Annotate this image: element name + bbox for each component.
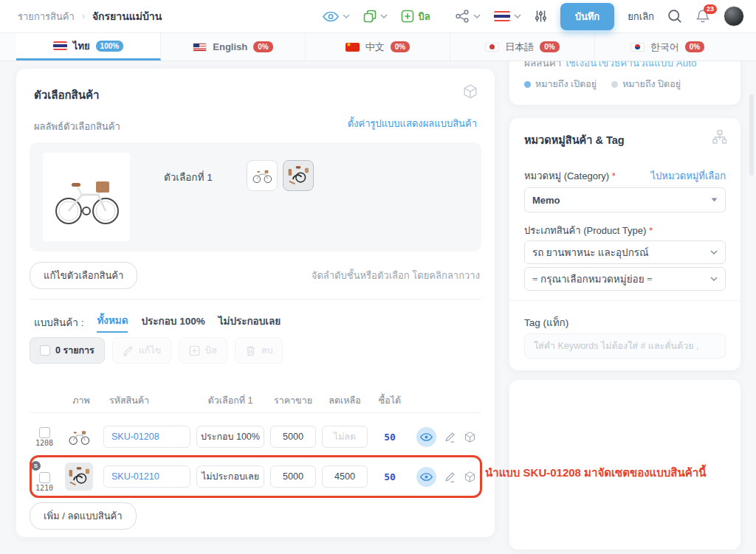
category-card-title: หมวดหมู่สินค้า & Tag: [524, 131, 625, 148]
site-language-dropdown[interactable]: [494, 11, 521, 21]
annotation-text: นำแบบ SKU-01208 มาจัดเซตของแบบสินค้านี้: [485, 464, 706, 482]
completion-badge: 0%: [391, 41, 410, 52]
stock-status-legend: หมายถึง เปิดอยู่ หมายถึง ปิดอยู่: [524, 77, 681, 91]
subcategory-value: = กรุณาเลือกหมวดหมู่ย่อย =: [532, 271, 653, 287]
tab-japanese[interactable]: 日本語 0%: [450, 33, 595, 60]
package-row-button[interactable]: [464, 431, 476, 443]
completion-badge: 100%: [96, 41, 124, 52]
select-all-checkbox[interactable]: [40, 345, 50, 356]
tag-input[interactable]: [524, 333, 726, 359]
tab-label: 한국어: [650, 41, 679, 54]
tab-label: 日本語: [505, 41, 534, 54]
notifications-button[interactable]: 23: [695, 9, 710, 24]
copy-icon: [363, 10, 377, 23]
variant-thumb-assembled[interactable]: [247, 160, 278, 191]
product-options-card: ตัวเลือกสินค้า ผลลัพธ์ตัวเลือกสินค้า ตั้…: [16, 69, 495, 537]
add-bill-button[interactable]: บิล: [401, 9, 430, 24]
completion-badge: 0%: [685, 41, 704, 52]
sitemap-icon[interactable]: [712, 130, 727, 144]
edit-row-button[interactable]: [444, 432, 456, 443]
selected-count-label: 0 รายการ: [55, 343, 94, 358]
bulk-delete-button[interactable]: ลบ: [235, 337, 284, 364]
bicycle-image: [49, 165, 123, 229]
us-flag-icon: [193, 43, 207, 52]
go-to-category-link[interactable]: ไปหมวดหมู่ที่เลือก: [651, 168, 726, 184]
discount-input[interactable]: [322, 465, 368, 488]
search-button[interactable]: [667, 9, 682, 24]
row-checkbox[interactable]: [39, 472, 50, 483]
divider: [30, 299, 481, 299]
display-settings-link[interactable]: ตั้งค่ารูปแบบแสดงผลแบบสินค้า: [348, 116, 477, 131]
stock-value: 50: [374, 471, 406, 482]
col-header-discount: ลดเหลือ: [322, 393, 368, 408]
table-row: 1208 50: [30, 420, 481, 454]
edit-row-button[interactable]: [444, 471, 456, 482]
chevron-down-icon: [710, 250, 718, 255]
category-select-value: Memo: [532, 195, 560, 206]
price-input[interactable]: [270, 426, 316, 448]
cube-icon: [464, 431, 476, 443]
package-icon[interactable]: [462, 83, 478, 100]
divider: [509, 300, 740, 301]
duplicate-dropdown[interactable]: [363, 10, 388, 23]
package-row-button[interactable]: [464, 471, 476, 483]
visibility-toggle[interactable]: [416, 427, 436, 447]
chevron-down-icon: [514, 14, 521, 18]
breadcrumb-separator-icon: ›: [82, 11, 85, 21]
save-button[interactable]: บันทึก: [560, 3, 615, 30]
visibility-toggle[interactable]: [416, 467, 436, 487]
filter-settings-button[interactable]: [535, 10, 547, 23]
row-product-image[interactable]: [65, 423, 93, 451]
share-dropdown[interactable]: [456, 10, 481, 23]
tab-label: English: [213, 41, 247, 52]
filter-all[interactable]: ทั้งหมด: [97, 312, 128, 333]
bulk-toolbar: 0 รายการ แก้ไข บิล ลบ: [30, 337, 283, 364]
japan-flag-icon: [485, 43, 499, 52]
tab-thai[interactable]: ไทย 100%: [16, 33, 161, 60]
category-select[interactable]: Memo: [524, 187, 726, 212]
col-header-stock: ซื้อได้: [374, 393, 406, 408]
plus-square-icon: [401, 10, 414, 23]
preview-eye-dropdown[interactable]: [323, 11, 350, 22]
bulk-edit-button[interactable]: แก้ไข: [112, 337, 171, 364]
language-tabbar: ไทย 100% English 0% 中文 0% 日本語 0% 한국어 0%: [0, 33, 756, 61]
selected-count-button[interactable]: 0 รายการ: [30, 337, 105, 364]
discount-input[interactable]: [322, 426, 368, 448]
filter-assembled[interactable]: ประกอบ 100%: [141, 313, 205, 332]
row-id: 1208: [35, 439, 53, 447]
option-input[interactable]: [196, 465, 264, 488]
notification-count-badge: 23: [704, 4, 717, 14]
subcategory-select[interactable]: = กรุณาเลือกหมวดหมู่ย่อย =: [524, 267, 726, 291]
filter-unassembled[interactable]: ไม่ประกอบเลย: [219, 313, 281, 332]
thai-flag-icon: [53, 41, 67, 50]
tag-label: Tag (แท็ก): [524, 314, 568, 330]
product-image: [43, 153, 130, 241]
cube-icon: [464, 471, 476, 483]
breadcrumb: รายการสินค้า › จักรยานแม่บ้าน: [18, 8, 162, 24]
category-tag-card: หมวดหมู่สินค้า & Tag หมวดหมู่ (Category)…: [509, 118, 740, 370]
thai-flag-icon: [494, 11, 510, 21]
variant-thumb-parts[interactable]: [283, 160, 314, 191]
edit-options-button[interactable]: แก้ไขตัวเลือกสินค้า: [30, 262, 137, 289]
bulk-bill-button[interactable]: บิล: [179, 337, 227, 364]
chevron-down-icon: [380, 14, 388, 18]
row-checkbox[interactable]: [39, 427, 50, 438]
cancel-button[interactable]: ยกเลิก: [628, 9, 654, 24]
sku-input[interactable]: [103, 465, 190, 488]
tab-english[interactable]: English 0%: [161, 33, 306, 60]
chevron-down-icon: [473, 14, 481, 18]
user-avatar[interactable]: [724, 6, 744, 27]
completion-badge: 0%: [253, 41, 272, 52]
tab-korean[interactable]: 한국어 0%: [595, 33, 740, 60]
add-remove-variant-button[interactable]: เพิ่ม / ลดแบบสินค้า: [30, 502, 137, 530]
option-input[interactable]: [196, 426, 264, 448]
row-product-image[interactable]: [65, 463, 93, 491]
share-icon: [456, 10, 470, 23]
product-type-select[interactable]: รถ ยานพาหนะ และอุปกรณ์: [524, 240, 726, 264]
sku-input[interactable]: [103, 426, 190, 448]
breadcrumb-parent[interactable]: รายการสินค้า: [18, 9, 75, 24]
tab-chinese[interactable]: 中文 0%: [306, 33, 450, 60]
price-input[interactable]: [270, 465, 316, 488]
vertical-scrollbar[interactable]: [749, 94, 754, 176]
col-header-sku: รหัสสินค้า: [103, 393, 190, 408]
